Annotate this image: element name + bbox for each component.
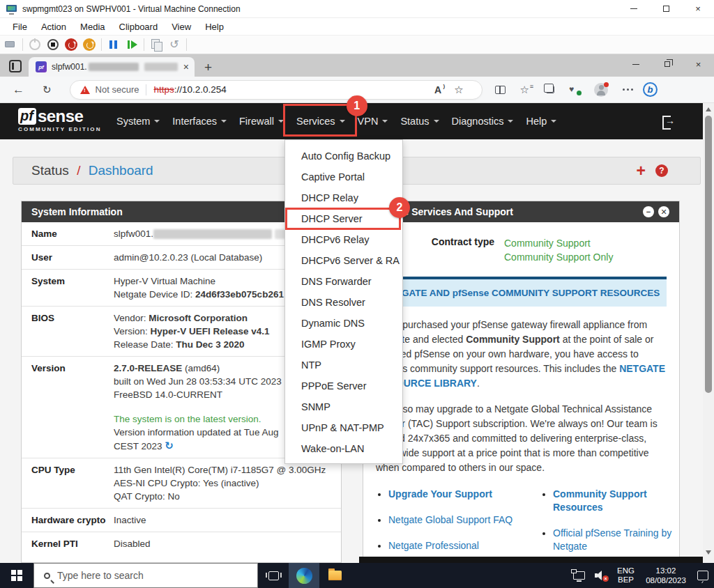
services-menu-item-upnp-nat-pmp[interactable]: UPnP & NAT-PMP <box>285 417 402 438</box>
revert-icon[interactable]: ↺ <box>168 38 181 51</box>
support-link[interactable]: Upgrade Your Support <box>388 488 492 500</box>
back-icon[interactable]: ← <box>13 83 24 97</box>
pfsense-logo[interactable]: pf sense COMMUNITY EDITION <box>18 108 102 132</box>
task-view-icon <box>268 571 279 580</box>
nav-item-firewall[interactable]: Firewall <box>233 116 290 127</box>
support-link[interactable]: Official pfSense Training by Netgate <box>553 527 671 552</box>
browser-restore-button[interactable] <box>651 54 683 74</box>
refresh-version-icon[interactable]: ↻ <box>165 440 174 451</box>
table-row-kernel-pti: Kernel PTI Disabled <box>22 532 341 555</box>
services-menu-item-dhcpv6-server-ra[interactable]: DHCPv6 Server & RA <box>285 250 402 271</box>
vm-titlebar: swpmgmt023 on SWPHV001 - Virtual Machine… <box>0 0 714 18</box>
checkpoint-icon[interactable] <box>150 38 162 51</box>
nav-item-diagnostics[interactable]: Diagnostics <box>446 116 520 127</box>
support-link[interactable]: Community Support Resources <box>553 488 647 513</box>
nav-item-help[interactable]: Help <box>519 116 563 127</box>
add-widget-button[interactable]: + <box>637 163 646 179</box>
vm-menu-help[interactable]: Help <box>198 18 231 35</box>
split-screen-icon[interactable] <box>495 86 506 94</box>
services-menu-item-dhcpv6-relay[interactable]: DHCPv6 Relay <box>285 229 402 250</box>
scroll-up-icon[interactable] <box>706 107 711 111</box>
read-aloud-icon[interactable]: A <box>434 84 441 95</box>
row-value: Disabled <box>114 537 341 550</box>
row-label: System <box>31 274 114 301</box>
page-scrollbar[interactable] <box>703 103 714 563</box>
network-icon[interactable] <box>573 571 585 580</box>
help-button[interactable]: ? <box>655 164 668 177</box>
support-link-item: Community Support Resources <box>553 488 675 514</box>
services-menu-item-pppoe-server[interactable]: PPPoE Server <box>285 376 402 396</box>
not-secure-label[interactable]: Not secure <box>96 84 139 95</box>
browser-tab[interactable]: pf slpfw001. × <box>29 57 195 77</box>
collections-icon[interactable] <box>546 86 554 93</box>
action-center-icon[interactable] <box>697 571 708 580</box>
scrollbar-thumb[interactable] <box>705 116 712 393</box>
taskbar-edge-button[interactable] <box>289 563 319 588</box>
favorite-star-icon[interactable]: ☆ <box>454 84 463 96</box>
vm-minimize-button[interactable] <box>618 0 650 17</box>
support-link[interactable]: Netgate Global Support FAQ <box>388 514 512 525</box>
services-menu-item-dns-resolver[interactable]: DNS Resolver <box>285 292 402 313</box>
services-menu-item-igmp-proxy[interactable]: IGMP Proxy <box>285 334 402 355</box>
nav-item-status[interactable]: Status <box>394 116 445 127</box>
vm-menu-view[interactable]: View <box>165 18 198 35</box>
panel-close-icon[interactable]: ✕ <box>658 206 669 217</box>
nav-item-system[interactable]: System <box>110 116 166 127</box>
nav-item-interfaces[interactable]: Interfaces <box>166 116 233 127</box>
address-bar[interactable]: Not secure https ://10.2.0.254 A ☆ <box>70 80 483 100</box>
start-button[interactable] <box>0 563 33 588</box>
bing-chat-icon[interactable]: b <box>643 82 658 97</box>
browser-menu-icon[interactable] <box>623 88 633 91</box>
enhanced-session-icon[interactable] <box>192 38 205 51</box>
services-menu-item-dhcp-relay[interactable]: DHCP Relay <box>285 187 402 208</box>
taskbar-clock[interactable]: 13:02 08/08/2023 <box>644 566 688 585</box>
services-menu-item-ntp[interactable]: NTP <box>285 355 402 376</box>
pause-icon[interactable] <box>107 38 120 51</box>
nav-item-vpn[interactable]: VPN <box>351 116 395 127</box>
services-menu-item-wake-on-lan[interactable]: Wake-on-LAN <box>285 438 402 459</box>
taskbar-explorer-button[interactable] <box>319 563 350 588</box>
nav-item-label: Interfaces <box>172 116 217 127</box>
tab-actions-icon[interactable] <box>9 60 22 72</box>
task-view-button[interactable] <box>258 563 289 588</box>
logout-icon[interactable]: → <box>662 116 675 127</box>
row-label: Kernel PTI <box>31 537 114 550</box>
services-menu-item-snmp[interactable]: SNMP <box>285 396 402 417</box>
scroll-down-icon[interactable] <box>706 550 711 555</box>
vm-menu-media[interactable]: Media <box>73 18 112 35</box>
support-link[interactable]: Netgate Professional <box>388 540 479 551</box>
resume-icon[interactable] <box>126 38 138 51</box>
services-menu-item-dhcp-server[interactable]: DHCP Server <box>285 208 402 229</box>
vm-window-title: swpmgmt023 on SWPHV001 - Virtual Machine… <box>22 4 241 14</box>
browser-essentials-icon[interactable]: ♥ <box>569 85 579 94</box>
language-indicator[interactable]: ENG BEP <box>617 566 635 585</box>
taskbar-search-input[interactable] <box>57 570 231 581</box>
taskbar-search[interactable] <box>33 563 258 588</box>
volume-muted-icon[interactable]: × <box>595 571 607 580</box>
ctrl-alt-del-icon[interactable] <box>4 38 17 51</box>
tab-close-icon[interactable]: × <box>183 62 189 72</box>
vm-menubar: FileActionMediaClipboardViewHelp <box>0 18 714 35</box>
start-icon[interactable] <box>29 38 41 51</box>
vm-close-button[interactable]: × <box>682 0 714 17</box>
shut-down-icon[interactable] <box>65 38 77 51</box>
nav-item-services[interactable]: Services <box>290 116 351 127</box>
vm-maximize-button[interactable] <box>650 0 682 17</box>
services-menu-item-auto-config-backup[interactable]: Auto Config Backup <box>285 146 402 167</box>
services-menu-item-dns-forwarder[interactable]: DNS Forwarder <box>285 271 402 292</box>
services-menu-item-dynamic-dns[interactable]: Dynamic DNS <box>285 313 402 334</box>
panel-minimize-icon[interactable]: − <box>643 206 654 217</box>
services-menu-item-captive-portal[interactable]: Captive Portal <box>285 167 402 187</box>
vm-menu-clipboard[interactable]: Clipboard <box>112 18 165 35</box>
vm-menu-action[interactable]: Action <box>34 18 73 35</box>
favorites-icon[interactable]: ☆ <box>520 84 529 96</box>
turn-off-icon[interactable] <box>47 38 59 51</box>
browser-minimize-button[interactable] <box>620 54 651 74</box>
browser-tabstrip: pf slpfw001. × + × <box>0 54 714 77</box>
new-tab-button[interactable]: + <box>204 61 212 74</box>
vm-menu-file[interactable]: File <box>6 18 34 35</box>
browser-close-button[interactable]: × <box>683 54 714 74</box>
save-icon[interactable] <box>83 38 96 51</box>
profile-avatar[interactable] <box>594 83 608 97</box>
refresh-page-icon[interactable]: ↻ <box>43 84 52 96</box>
